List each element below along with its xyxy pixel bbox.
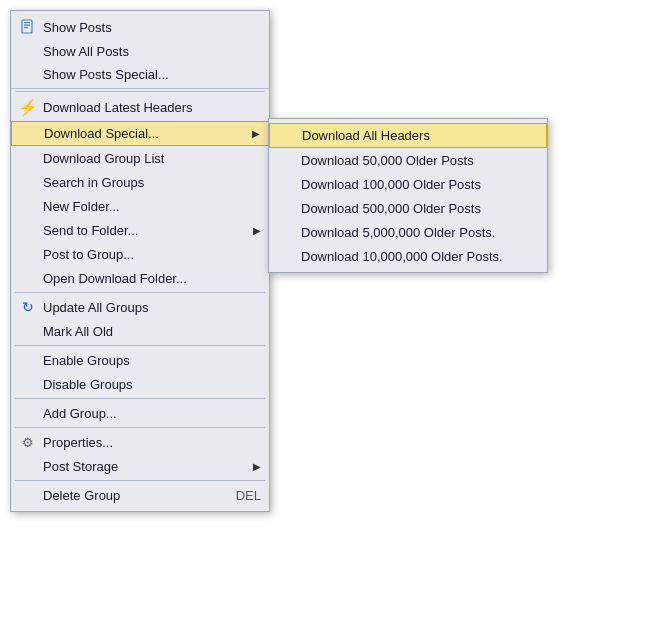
show-posts-label: Show Posts bbox=[43, 20, 261, 35]
divider-2 bbox=[15, 292, 265, 293]
delete-group-label: Delete Group bbox=[43, 488, 216, 503]
divider-3 bbox=[15, 345, 265, 346]
update-all-groups-label: Update All Groups bbox=[43, 300, 261, 315]
menu-item-show-posts-special[interactable]: Show Posts Special... bbox=[11, 63, 269, 89]
menu-item-delete-group[interactable]: Delete Group DEL bbox=[11, 483, 269, 507]
svg-rect-1 bbox=[24, 22, 30, 23]
menu-item-download-latest-headers[interactable]: ⚡ Download Latest Headers bbox=[11, 94, 269, 121]
menu-item-download-50k[interactable]: Download 50,000 Older Posts bbox=[269, 148, 547, 172]
menu-item-send-to-folder[interactable]: Send to Folder... ▶ bbox=[11, 218, 269, 242]
divider-6 bbox=[15, 480, 265, 481]
menu-item-open-download-folder[interactable]: Open Download Folder... bbox=[11, 266, 269, 290]
add-group-label: Add Group... bbox=[43, 406, 261, 421]
enable-groups-label: Enable Groups bbox=[43, 353, 261, 368]
menu-item-show-posts[interactable]: Show Posts bbox=[11, 15, 269, 39]
send-to-folder-label: Send to Folder... bbox=[43, 223, 245, 238]
divider-1 bbox=[15, 91, 265, 92]
download-latest-headers-label: Download Latest Headers bbox=[43, 100, 261, 115]
open-download-folder-label: Open Download Folder... bbox=[43, 271, 261, 286]
menu-item-add-group[interactable]: Add Group... bbox=[11, 401, 269, 425]
download-500k-label: Download 500,000 Older Posts bbox=[301, 201, 539, 216]
menu-item-post-to-group[interactable]: Post to Group... bbox=[11, 242, 269, 266]
post-to-group-label: Post to Group... bbox=[43, 247, 261, 262]
properties-label: Properties... bbox=[43, 435, 261, 450]
download-10m-label: Download 10,000,000 Older Posts. bbox=[301, 249, 539, 264]
download-100k-label: Download 100,000 Older Posts bbox=[301, 177, 539, 192]
submenu-arrow: ▶ bbox=[252, 128, 260, 139]
menu-item-search-in-groups[interactable]: Search in Groups bbox=[11, 170, 269, 194]
menu-item-show-all-posts[interactable]: Show All Posts bbox=[11, 39, 269, 63]
download-5m-label: Download 5,000,000 Older Posts. bbox=[301, 225, 539, 240]
delete-group-shortcut: DEL bbox=[236, 488, 261, 503]
update-icon: ↻ bbox=[17, 299, 39, 315]
menu-item-download-10m[interactable]: Download 10,000,000 Older Posts. bbox=[269, 244, 547, 268]
menu-item-download-all-headers[interactable]: Download All Headers bbox=[269, 123, 547, 148]
search-in-groups-label: Search in Groups bbox=[43, 175, 261, 190]
document-icon bbox=[17, 19, 39, 35]
context-menu: Show Posts Show All Posts Show Posts Spe… bbox=[10, 10, 270, 512]
post-storage-arrow: ▶ bbox=[253, 461, 261, 472]
svg-rect-3 bbox=[24, 27, 28, 28]
svg-rect-2 bbox=[24, 25, 30, 26]
menu-item-download-group-list[interactable]: Download Group List bbox=[11, 146, 269, 170]
divider-4 bbox=[15, 398, 265, 399]
new-folder-label: New Folder... bbox=[43, 199, 261, 214]
gear-icon: ⚙ bbox=[17, 435, 39, 450]
menu-container: Show Posts Show All Posts Show Posts Spe… bbox=[10, 10, 270, 512]
download-group-list-label: Download Group List bbox=[43, 151, 261, 166]
menu-item-enable-groups[interactable]: Enable Groups bbox=[11, 348, 269, 372]
mark-all-old-label: Mark All Old bbox=[43, 324, 261, 339]
download-special-submenu: Download All Headers Download 50,000 Old… bbox=[268, 118, 548, 273]
show-all-posts-label: Show All Posts bbox=[43, 44, 261, 59]
menu-item-download-special[interactable]: Download Special... ▶ Download All Heade… bbox=[11, 121, 269, 146]
download-special-label: Download Special... bbox=[44, 126, 244, 141]
menu-item-download-100k[interactable]: Download 100,000 Older Posts bbox=[269, 172, 547, 196]
send-to-folder-arrow: ▶ bbox=[253, 225, 261, 236]
menu-item-update-all-groups[interactable]: ↻ Update All Groups bbox=[11, 295, 269, 319]
post-storage-label: Post Storage bbox=[43, 459, 245, 474]
menu-item-post-storage[interactable]: Post Storage ▶ bbox=[11, 454, 269, 478]
menu-item-download-5m[interactable]: Download 5,000,000 Older Posts. bbox=[269, 220, 547, 244]
menu-item-properties[interactable]: ⚙ Properties... bbox=[11, 430, 269, 454]
lightning-icon: ⚡ bbox=[17, 98, 39, 117]
menu-item-mark-all-old[interactable]: Mark All Old bbox=[11, 319, 269, 343]
download-all-headers-label: Download All Headers bbox=[302, 128, 538, 143]
svg-rect-0 bbox=[22, 20, 32, 33]
menu-item-disable-groups[interactable]: Disable Groups bbox=[11, 372, 269, 396]
show-posts-special-label: Show Posts Special... bbox=[43, 67, 261, 82]
disable-groups-label: Disable Groups bbox=[43, 377, 261, 392]
menu-item-new-folder[interactable]: New Folder... bbox=[11, 194, 269, 218]
divider-5 bbox=[15, 427, 265, 428]
download-50k-label: Download 50,000 Older Posts bbox=[301, 153, 539, 168]
menu-item-download-500k[interactable]: Download 500,000 Older Posts bbox=[269, 196, 547, 220]
